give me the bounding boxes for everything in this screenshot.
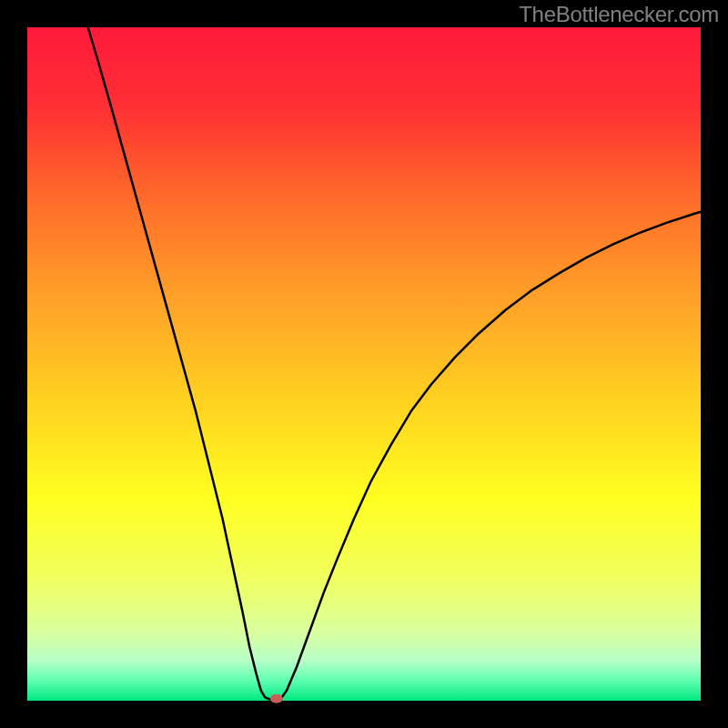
optimum-marker (270, 694, 283, 703)
bottleneck-chart: TheBottlenecker.com (0, 0, 728, 728)
plot-background (27, 27, 701, 701)
watermark-text: TheBottlenecker.com (519, 2, 719, 27)
chart-svg (0, 0, 728, 728)
